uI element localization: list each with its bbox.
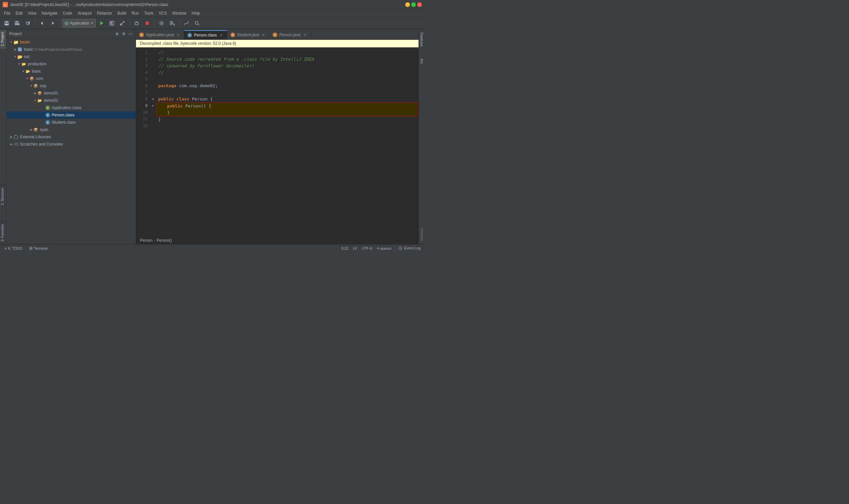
code-editor[interactable]: 1 2 3 4 5 6 7 8 9 10 11 12 ▼ ▼ // [136, 48, 418, 236]
tab-close-person-java[interactable]: ✕ [303, 33, 307, 37]
tree-label: Scratches and Consoles [20, 142, 63, 147]
menu-edit[interactable]: Edit [13, 9, 25, 17]
edit-run-debug-button[interactable] [167, 19, 177, 28]
coverage-button[interactable] [182, 19, 191, 28]
tab-close-application-java[interactable]: ✕ [176, 33, 180, 37]
tree-item-com[interactable]: ▼ 📦 com [7, 75, 136, 82]
encoding-indicator[interactable]: UTF-8 [361, 246, 374, 250]
code-text: Person() { [183, 103, 211, 109]
svg-line-25 [138, 23, 139, 23]
run-button[interactable] [97, 19, 106, 28]
breadcrumb-constructor[interactable]: Person() [157, 238, 172, 243]
back-button[interactable] [37, 19, 47, 28]
tab-person-class[interactable]: C Person.class ✕ [184, 30, 227, 39]
structure-panel-tab[interactable]: 2: Structure [0, 185, 6, 208]
line-num-5: 5 [136, 76, 148, 83]
minimize-button[interactable] [405, 2, 410, 7]
menu-help[interactable]: Help [189, 9, 203, 17]
project-minimize-icon[interactable]: — [128, 31, 133, 36]
title-bar-left: IJ JavaSE [D:\IdeaProjects\JavaSE] - ...… [3, 2, 168, 7]
tree-item-basic-root[interactable]: ▼ 📁 basic [7, 38, 136, 46]
window-controls [405, 2, 422, 7]
right-sidebar-database-tab[interactable]: Database [419, 31, 424, 49]
terminal-panel-toggle[interactable]: ▤ Terminal [27, 245, 50, 252]
menu-code[interactable]: Code [60, 9, 75, 17]
file-tree: ▼ 📁 basic ▶ S basic D:\IdeaProjects\Java… [7, 38, 136, 244]
line-col-indicator[interactable]: 9:22 [340, 246, 349, 250]
tree-item-ext-libs[interactable]: ▶ External Libraries [7, 133, 136, 141]
menu-run[interactable]: Run [129, 9, 142, 17]
tree-item-production[interactable]: ▼ 📂 production [7, 60, 136, 68]
project-settings-icon[interactable]: ⚙ [121, 31, 126, 36]
svg-line-37 [198, 24, 199, 25]
tree-item-application-class[interactable]: ▶ C Application.class [7, 104, 136, 111]
tree-item-basic2[interactable]: ▼ 📂 basic [7, 68, 136, 75]
search-everywhere-button[interactable] [192, 19, 202, 28]
tree-item-out[interactable]: ▼ 📂 out [7, 53, 136, 60]
tree-arrow: ▼ [9, 40, 13, 44]
tab-close-student-java[interactable]: ✕ [261, 33, 266, 37]
project-locate-icon[interactable]: ⊕ [114, 31, 120, 36]
favorites-panel-tab[interactable]: 2: Favorites [0, 221, 6, 244]
svg-marker-13 [52, 21, 54, 25]
tree-label: Student.class [52, 120, 76, 125]
save-button[interactable] [2, 19, 11, 28]
svg-rect-3 [6, 21, 7, 23]
fold-8[interactable]: ▼ [151, 96, 155, 103]
build-project-button[interactable] [118, 19, 127, 28]
tree-item-syan[interactable]: ▶ 📦 syan [7, 126, 136, 133]
toolbar-sep-2 [60, 20, 60, 26]
tree-path-label: D:\IdeaProjects\JavaSE\basic [33, 48, 82, 51]
run-configuration-dropdown[interactable]: Application [62, 19, 96, 28]
breadcrumb-person[interactable]: Person [140, 238, 152, 243]
menu-window[interactable]: Window [169, 9, 189, 17]
forward-button[interactable] [48, 19, 57, 28]
keyword-package: package [158, 83, 177, 89]
tree-item-basic-src[interactable]: ▶ S basic D:\IdeaProjects\JavaSE\basic [7, 46, 136, 53]
code-line-9[interactable]: public Person() { [157, 103, 417, 109]
menu-view[interactable]: View [25, 9, 39, 17]
tree-label: demo02 [44, 98, 58, 103]
todo-panel-toggle[interactable]: ≡ 6: TODO [3, 245, 24, 252]
menu-refactor[interactable]: Refactor [94, 9, 115, 17]
line-numbers: 1 2 3 4 5 6 7 8 9 10 11 12 [136, 48, 151, 236]
stop-button[interactable] [143, 19, 152, 28]
sync-files-button[interactable] [23, 19, 33, 28]
tab-application-java[interactable]: C Application.java ✕ [136, 30, 184, 39]
tree-label: Person.class [52, 113, 75, 118]
indent-indicator[interactable]: 4 spaces [375, 246, 393, 250]
event-log-link[interactable]: Event Log [397, 246, 422, 250]
right-sidebar-handle[interactable] [421, 228, 423, 241]
tree-item-demo01[interactable]: ▶ 📦 demo01 [7, 90, 136, 97]
menu-tools[interactable]: Tools [142, 9, 156, 17]
code-content[interactable]: // // Source code recreated from a .clas… [156, 48, 418, 236]
line-separator-indicator[interactable]: LF [351, 246, 359, 250]
fold-9[interactable]: ▼ [151, 103, 155, 109]
settings-button[interactable] [157, 19, 166, 28]
project-header-icons: ⊕ ⚙ — [114, 31, 133, 36]
tree-item-student-class[interactable]: ▶ C Student.class [7, 119, 136, 126]
line-num-11: 11 [136, 116, 148, 122]
project-panel-tab[interactable]: 1: Project [0, 29, 6, 49]
tree-item-person-class[interactable]: ▶ C Person.class [7, 111, 136, 119]
method-highlight-box: public Person() { } [156, 103, 418, 116]
menu-build[interactable]: Build [115, 9, 129, 17]
editor-area: C Application.java ✕ C Person.class ✕ C … [136, 29, 418, 244]
right-sidebar-ant-tab[interactable]: Ant [419, 57, 424, 66]
menu-file[interactable]: File [1, 9, 13, 17]
build-button[interactable] [107, 19, 116, 28]
tab-student-java[interactable]: C Student.java ✕ [227, 30, 270, 39]
tree-item-demo02[interactable]: ▼ 📂 demo02 [7, 97, 136, 104]
menu-navigate[interactable]: Navigate [39, 9, 60, 17]
maximize-button[interactable] [411, 2, 416, 7]
menu-analyze[interactable]: Analyze [75, 9, 94, 17]
tree-item-oop[interactable]: ▼ 📦 oop [7, 82, 136, 90]
tree-item-scratches[interactable]: ▶ Scratches and Consoles [7, 141, 136, 148]
debug-button[interactable] [132, 19, 141, 28]
save-all-button[interactable] [13, 19, 22, 28]
menu-vcs[interactable]: VCS [156, 9, 170, 17]
close-button[interactable] [417, 2, 422, 7]
tab-person-java[interactable]: C Person.java ✕ [269, 30, 310, 39]
tab-close-person-class[interactable]: ✕ [219, 33, 223, 37]
code-line-6: package com.oop.demo02; [156, 83, 418, 89]
